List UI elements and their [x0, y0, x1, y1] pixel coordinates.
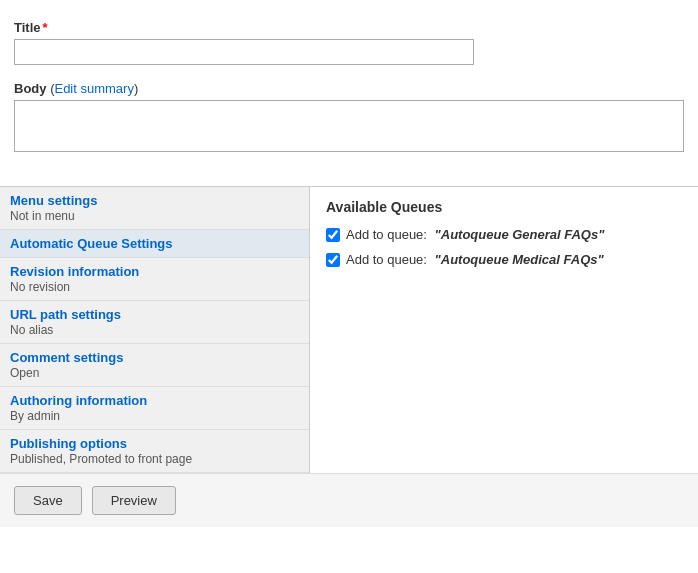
title-label: Title* [14, 20, 684, 35]
main-content: Available Queues Add to queue: "Autoqueu… [310, 187, 698, 473]
body-wrapper [14, 100, 684, 152]
title-label-text: Title [14, 20, 41, 35]
sidebar-item-authoring-information-subtitle: By admin [10, 409, 299, 423]
sidebar-item-menu-settings-subtitle: Not in menu [10, 209, 299, 223]
body-label-text: Body [14, 81, 47, 96]
bottom-section: Menu settings Not in menu Automatic Queu… [0, 186, 698, 473]
sidebar-item-revision-information-title[interactable]: Revision information [10, 264, 299, 279]
queue-general-checkbox[interactable] [326, 228, 340, 242]
save-button[interactable]: Save [14, 486, 82, 515]
page-wrapper: Title* Body (Edit summary) [0, 0, 698, 178]
preview-button[interactable]: Preview [92, 486, 176, 515]
sidebar-item-authoring-information[interactable]: Authoring information By admin [0, 387, 309, 430]
edit-summary-link[interactable]: Edit summary [54, 81, 133, 96]
sidebar-item-url-path-settings-title[interactable]: URL path settings [10, 307, 299, 322]
sidebar-item-automatic-queue-settings-title[interactable]: Automatic Queue Settings [10, 236, 299, 251]
sidebar-item-url-path-settings[interactable]: URL path settings No alias [0, 301, 309, 344]
sidebar-item-menu-settings-title[interactable]: Menu settings [10, 193, 299, 208]
queue-general-label[interactable]: Add to queue: "Autoqueue General FAQs" [346, 227, 604, 242]
sidebar-item-comment-settings-subtitle: Open [10, 366, 299, 380]
queue-item-medical: Add to queue: "Autoqueue Medical FAQs" [326, 252, 682, 267]
title-field-group: Title* [14, 10, 684, 71]
sidebar-item-publishing-options[interactable]: Publishing options Published, Promoted t… [0, 430, 309, 473]
body-field-group: Body (Edit summary) [14, 81, 684, 158]
sidebar-item-authoring-information-title[interactable]: Authoring information [10, 393, 299, 408]
sidebar: Menu settings Not in menu Automatic Queu… [0, 187, 310, 473]
sidebar-item-publishing-options-title[interactable]: Publishing options [10, 436, 299, 451]
sidebar-item-comment-settings-title[interactable]: Comment settings [10, 350, 299, 365]
body-label: Body (Edit summary) [14, 81, 684, 96]
sidebar-item-automatic-queue-settings[interactable]: Automatic Queue Settings [0, 230, 309, 258]
sidebar-item-comment-settings[interactable]: Comment settings Open [0, 344, 309, 387]
sidebar-item-url-path-settings-subtitle: No alias [10, 323, 299, 337]
body-inner [15, 101, 683, 151]
sidebar-item-menu-settings[interactable]: Menu settings Not in menu [0, 187, 309, 230]
available-queues-title: Available Queues [326, 199, 682, 215]
queue-item-general: Add to queue: "Autoqueue General FAQs" [326, 227, 682, 242]
sidebar-item-publishing-options-subtitle: Published, Promoted to front page [10, 452, 299, 466]
footer-buttons: Save Preview [0, 473, 698, 527]
title-required-marker: * [43, 20, 48, 35]
sidebar-item-revision-information-subtitle: No revision [10, 280, 299, 294]
queue-medical-label[interactable]: Add to queue: "Autoqueue Medical FAQs" [346, 252, 604, 267]
title-input[interactable] [14, 39, 474, 65]
sidebar-item-revision-information[interactable]: Revision information No revision [0, 258, 309, 301]
queue-medical-checkbox[interactable] [326, 253, 340, 267]
